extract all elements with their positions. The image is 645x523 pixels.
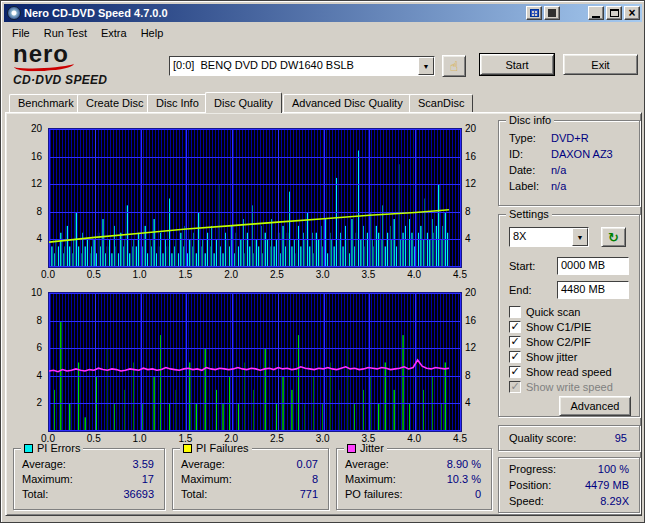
disc-info-group: Disc info Type: DVD+R ID: DAXON AZ3 Date… [498, 120, 640, 206]
checkbox-show-read-speed[interactable]: ✓ Show read speed [509, 365, 612, 379]
checkbox-quick-scan[interactable]: ✓ Quick scan [509, 305, 580, 319]
tab-create-disc[interactable]: Create Disc [77, 94, 152, 112]
tab-advanced-disc-quality[interactable]: Advanced Disc Quality [283, 94, 412, 112]
checkbox-show-c1-pie[interactable]: ✓ Show C1/PIE [509, 320, 591, 334]
maximize-button[interactable] [606, 6, 622, 20]
jitter-stats-title: Jitter [360, 442, 384, 455]
settings-group: Settings 8X ▼ ↻ Start: 0000 MB End: 4480… [498, 214, 640, 417]
start-button[interactable]: Start [480, 54, 554, 75]
checkbox-show-write-speed[interactable]: ✓ Show write speed [509, 380, 613, 394]
chevron-down-icon: ▼ [577, 234, 584, 241]
app-icon [7, 6, 21, 20]
refresh-button[interactable]: ↻ [601, 227, 626, 247]
close-button[interactable]: × [624, 6, 640, 20]
titlebar-square-button[interactable] [544, 6, 560, 20]
disc-date-value: n/a [551, 164, 566, 176]
checkbox-label: Show read speed [526, 366, 612, 378]
stat-value: 0.07 [297, 458, 318, 470]
titlebar[interactable]: Nero CD-DVD Speed 4.7.0.0 × [4, 4, 642, 22]
menu-item-extra[interactable]: Extra [94, 26, 134, 40]
titlebar-grid-button[interactable] [526, 6, 542, 20]
nero-logo-text: nero [13, 43, 163, 65]
disc-type-label: Type: [509, 132, 536, 144]
window-title: Nero CD-DVD Speed 4.7.0.0 [24, 7, 526, 19]
minimize-button[interactable] [588, 6, 604, 20]
stat-value: 0 [475, 488, 481, 500]
disc-id-value: DAXON AZ3 [551, 148, 613, 160]
tab-scandisc[interactable]: ScanDisc [409, 94, 473, 112]
pi-errors-stats-group: PI Errors Average: 3.59 Maximum: 17 Tota… [13, 448, 165, 510]
checkbox-box: ✓ [509, 351, 521, 363]
tab-benchmark[interactable]: Benchmark [9, 94, 83, 112]
speed-label: Speed: [509, 495, 544, 507]
stat-value: 17 [142, 473, 154, 485]
speed-select-value: 8X [510, 228, 572, 246]
start-button-label: Start [505, 59, 528, 71]
eject-button[interactable]: ☝ [442, 55, 466, 77]
checkbox-box: ✓ [509, 366, 521, 378]
checkbox-label: Show C1/PIE [526, 321, 591, 333]
drive-select-arrow[interactable]: ▼ [418, 57, 434, 75]
end-mb-label: End: [509, 284, 532, 296]
progress-group: Progress: 100 % Position: 4479 MB Speed:… [498, 457, 640, 513]
stat-label: Total: [181, 488, 207, 500]
stat-label: Average: [181, 458, 225, 470]
menu-item-run-test[interactable]: Run Test [37, 26, 94, 40]
checkbox-show-jitter[interactable]: ✓ Show jitter [509, 350, 577, 364]
start-mb-label: Start: [509, 260, 535, 272]
menu-item-file[interactable]: File [5, 26, 37, 40]
stat-label: Average: [22, 458, 66, 470]
speed-select-arrow[interactable]: ▼ [572, 228, 588, 246]
grid-icon [530, 9, 539, 17]
check-icon: ✓ [510, 321, 519, 331]
end-mb-input[interactable]: 4480 MB [557, 281, 629, 299]
pi-failures-stats-title: PI Failures [196, 442, 249, 455]
check-icon: ✓ [510, 381, 519, 391]
pif-y-left-labels: 108642 [11, 292, 45, 430]
checkbox-box: ✓ [509, 336, 521, 348]
quality-score-label: Quality score: [509, 432, 576, 444]
drive-select[interactable]: [0:0] BENQ DVD DD DW1640 BSLB ▼ [169, 56, 435, 76]
refresh-icon: ↻ [608, 231, 619, 244]
pie-x-labels: 0.00.51.01.52.02.53.03.54.04.5 [48, 269, 460, 281]
drive-select-value: [0:0] BENQ DVD DD DW1640 BSLB [170, 57, 418, 75]
disc-label-label: Label: [509, 180, 539, 192]
settings-title: Settings [506, 208, 552, 221]
disc-id-label: ID: [509, 148, 523, 160]
stat-value: 8.90 % [447, 458, 481, 470]
stat-label: Maximum: [181, 473, 232, 485]
menu-item-help[interactable]: Help [134, 26, 171, 40]
checkbox-box: ✓ [509, 321, 521, 333]
progress-value: 100 % [598, 463, 629, 475]
stat-label: Average: [345, 458, 389, 470]
pif-y-right-labels: 20161284 [462, 292, 486, 430]
advanced-button[interactable]: Advanced [559, 396, 631, 416]
nero-logo-swoosh [14, 61, 74, 72]
close-icon: × [628, 8, 635, 18]
stat-value: 771 [300, 488, 318, 500]
position-value: 4479 MB [585, 479, 629, 491]
start-mb-input[interactable]: 0000 MB [557, 257, 629, 275]
stat-value: 10.3 % [447, 473, 481, 485]
pi-errors-chart [48, 128, 462, 268]
pie-y-left-labels: 20161284 [11, 128, 45, 266]
pif-x-labels: 0.00.51.01.52.02.53.03.54.04.5 [48, 433, 460, 445]
checkbox-box: ✓ [509, 381, 521, 393]
nero-logo-product: CD·DVD SPEED [13, 73, 107, 87]
quality-score-value: 95 [615, 432, 627, 444]
nero-logo: nero CD·DVD SPEED [13, 43, 163, 89]
pi-failures-chart [48, 292, 462, 432]
advanced-button-label: Advanced [571, 400, 620, 412]
quality-score-group: Quality score: 95 [498, 425, 640, 451]
stat-value: 8 [312, 473, 318, 485]
checkbox-show-c2-pif[interactable]: ✓ Show C2/PIF [509, 335, 591, 349]
checkbox-label: Show jitter [526, 351, 577, 363]
tab-disc-info[interactable]: Disc Info [147, 94, 208, 112]
tab-disc-quality[interactable]: Disc Quality [205, 92, 282, 113]
check-icon: ✓ [510, 351, 519, 361]
stat-value: 3.59 [133, 458, 154, 470]
speed-select[interactable]: 8X ▼ [509, 227, 589, 247]
check-icon: ✓ [510, 366, 519, 376]
exit-button[interactable]: Exit [563, 54, 638, 75]
stat-value: 36693 [123, 488, 154, 500]
